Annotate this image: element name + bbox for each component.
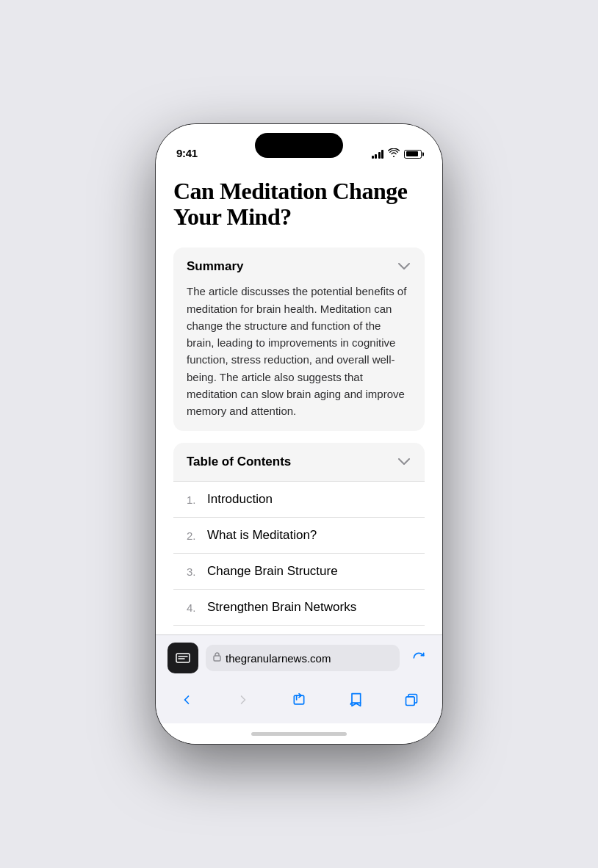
browser-top: thegranularnews.com	[167, 643, 431, 673]
toc-number-4: 4.	[187, 601, 201, 614]
summary-text: The article discusses the potential bene…	[187, 283, 411, 419]
summary-chevron-icon[interactable]	[397, 259, 411, 274]
toc-number-1: 1.	[187, 493, 201, 506]
toc-item-1[interactable]: 1. Introduction	[173, 481, 425, 517]
toc-text-4: Strengthen Brain Networks	[207, 600, 356, 615]
toc-item-5[interactable]: 5. Improve Cognitive Function	[173, 625, 425, 634]
summary-header: Summary	[187, 259, 411, 274]
toc-title: Table of Contents	[187, 455, 291, 469]
toc-text-2: What is Meditation?	[207, 528, 317, 543]
forward-button[interactable]	[230, 687, 256, 713]
phone-screen: 9:41	[156, 124, 442, 744]
toc-chevron-icon[interactable]	[397, 455, 411, 469]
article-title: Can Meditation Change Your Mind?	[173, 178, 425, 230]
toc-text-3: Change Brain Structure	[207, 564, 338, 579]
tabs-button[interactable]	[398, 687, 425, 713]
phone-wrapper: 9:41	[145, 118, 453, 750]
dynamic-island	[255, 133, 343, 158]
status-bar: 9:41	[156, 124, 442, 164]
back-button[interactable]	[173, 687, 200, 713]
home-bar	[251, 732, 347, 736]
phone-frame: 9:41	[156, 124, 442, 744]
svg-rect-3	[214, 656, 220, 661]
status-icons	[372, 148, 422, 159]
browser-bar: thegranularnews.com	[156, 634, 442, 679]
wifi-icon	[388, 148, 400, 159]
summary-title: Summary	[187, 259, 243, 274]
share-button[interactable]	[286, 687, 312, 713]
nav-bar	[156, 679, 442, 723]
table-of-contents: Table of Contents 1. Introduction 2.	[173, 443, 425, 634]
toc-number-3: 3.	[187, 565, 201, 578]
toc-number-2: 2.	[187, 529, 201, 542]
lock-icon	[213, 652, 221, 664]
home-indicator	[156, 723, 442, 744]
url-text: thegranularnews.com	[226, 652, 331, 665]
battery-icon	[404, 150, 422, 159]
reload-button[interactable]	[407, 646, 431, 670]
reader-button[interactable]	[167, 643, 198, 673]
svg-rect-4	[406, 697, 415, 706]
content-area[interactable]: Can Meditation Change Your Mind? Summary…	[156, 164, 442, 634]
toc-item-2[interactable]: 2. What is Meditation?	[173, 517, 425, 553]
signal-icon	[372, 150, 384, 159]
bookmarks-button[interactable]	[342, 687, 369, 713]
svg-rect-0	[176, 654, 190, 662]
toc-item-4[interactable]: 4. Strengthen Brain Networks	[173, 589, 425, 625]
toc-text-1: Introduction	[207, 492, 273, 507]
summary-box: Summary The article discusses the potent…	[173, 247, 425, 431]
toc-item-3[interactable]: 3. Change Brain Structure	[173, 553, 425, 589]
toc-header: Table of Contents	[173, 443, 425, 481]
url-bar[interactable]: thegranularnews.com	[206, 645, 400, 671]
status-time: 9:41	[176, 147, 198, 159]
